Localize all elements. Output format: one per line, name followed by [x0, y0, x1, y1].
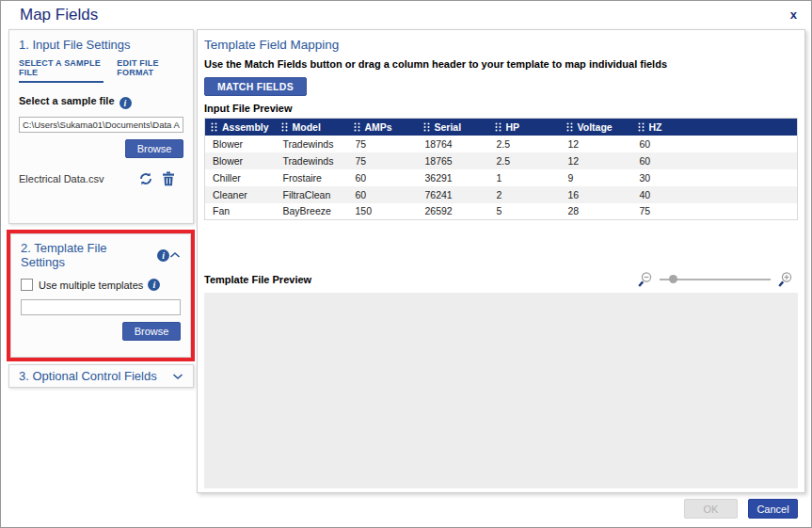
zoom-out-icon[interactable] [636, 271, 654, 289]
sample-file-path-input[interactable] [19, 117, 183, 133]
tab-select-a-sample-file[interactable]: SELECT A SAMPLE FILE [19, 58, 103, 83]
chevron-up-icon[interactable] [169, 251, 181, 259]
column-header-voltage[interactable]: Voltage [561, 119, 632, 136]
section1-title: 1. Input File Settings [19, 38, 183, 52]
input-file-settings-panel: 1. Input File Settings SELECT A SAMPLE F… [8, 29, 194, 224]
refresh-icon[interactable] [138, 171, 153, 186]
table-row: BlowerTradewinds75187652.51260 [205, 152, 798, 169]
template-file-path-input[interactable] [21, 299, 181, 315]
sample-file-label: Select a sample filei [19, 95, 183, 109]
mapping-instructions: Use the Match Fields button or drag a co… [204, 58, 798, 71]
ok-button[interactable]: OK [684, 499, 738, 519]
close-icon[interactable]: x [790, 8, 797, 21]
section3-title: 3. Optional Control Fields [19, 369, 157, 383]
map-fields-dialog: { "dialog": { "title": "Map Fields", "cl… [0, 0, 812, 528]
cancel-button[interactable]: Cancel [748, 499, 798, 519]
input-file-preview-label: Input File Preview [204, 103, 798, 114]
highlight-rectangle: 2. Template File Settings i Use multiple… [7, 230, 195, 361]
template-file-browse-button[interactable]: Browse [122, 322, 181, 341]
delete-file-icon[interactable] [162, 171, 175, 186]
table-header-row: Assembly Model AMPs Serial HP Voltage HZ [205, 119, 798, 136]
table-row: BlowerTradewinds75187642.51260 [205, 136, 798, 152]
optional-control-fields-panel[interactable]: 3. Optional Control Fields [8, 364, 194, 388]
info-icon[interactable]: i [148, 279, 160, 291]
match-fields-button[interactable]: MATCH FIELDS [204, 77, 307, 96]
sample-file-tabs: SELECT A SAMPLE FILE EDIT FILE FORMAT [19, 58, 183, 83]
loaded-file-name: Electrical Data.csv [19, 173, 103, 184]
template-field-mapping-panel: Template Field Mapping Use the Match Fie… [197, 29, 805, 493]
section2-title: 2. Template File Settings [21, 241, 152, 269]
column-header-hz[interactable]: HZ [632, 119, 798, 136]
main-title: Template Field Mapping [204, 38, 798, 52]
chevron-down-icon[interactable] [172, 373, 183, 380]
sample-file-browse-button[interactable]: Browse [125, 139, 183, 158]
use-multiple-templates-checkbox[interactable] [21, 279, 33, 291]
use-multiple-templates-label: Use multiple templates [39, 280, 143, 291]
info-icon[interactable]: i [119, 97, 132, 109]
input-file-preview-table: Assembly Model AMPs Serial HP Voltage HZ… [204, 118, 798, 220]
info-icon[interactable]: i [157, 249, 169, 262]
zoom-slider-thumb[interactable] [669, 275, 677, 283]
table-row: ChillerFrostaire60362911930 [205, 169, 798, 186]
template-file-settings-panel: 2. Template File Settings i Use multiple… [10, 233, 191, 358]
table-row: FanBayBreeze1502659252875 [205, 203, 798, 220]
column-header-serial[interactable]: Serial [418, 119, 489, 136]
dialog-title: Map Fields [20, 6, 98, 24]
table-row: CleanerFiltraClean607624121640 [205, 186, 798, 203]
tab-edit-file-format[interactable]: EDIT FILE FORMAT [117, 58, 183, 83]
column-header-amps[interactable]: AMPs [348, 119, 418, 136]
column-header-model[interactable]: Model [276, 119, 348, 136]
preview-zoom-slider [636, 271, 798, 289]
template-file-preview-label: Template File Preview [204, 274, 311, 285]
zoom-in-icon[interactable] [776, 271, 794, 289]
column-header-assembly[interactable]: Assembly [205, 119, 276, 136]
zoom-slider-track[interactable] [660, 279, 771, 280]
column-header-hp[interactable]: HP [489, 119, 561, 136]
template-file-preview-area [204, 293, 798, 488]
